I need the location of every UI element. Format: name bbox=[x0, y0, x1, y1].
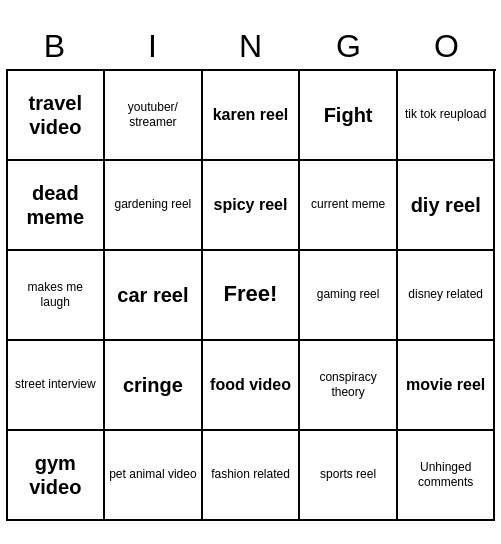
bingo-letter-n: N bbox=[206, 28, 296, 65]
bingo-letter-i: I bbox=[108, 28, 198, 65]
bingo-cell-r2-c0: makes me laugh bbox=[8, 251, 106, 341]
bingo-cell-r0-c2: karen reel bbox=[203, 71, 301, 161]
bingo-cell-r1-c1: gardening reel bbox=[105, 161, 203, 251]
bingo-cell-r3-c0: street interview bbox=[8, 341, 106, 431]
bingo-cell-r2-c1: car reel bbox=[105, 251, 203, 341]
bingo-cell-r3-c2: food video bbox=[203, 341, 301, 431]
bingo-cell-r3-c1: cringe bbox=[105, 341, 203, 431]
bingo-cell-r1-c2: spicy reel bbox=[203, 161, 301, 251]
bingo-grid: travel videoyoutuber/ streamerkaren reel… bbox=[6, 69, 496, 521]
bingo-header: BINGO bbox=[6, 24, 496, 69]
bingo-cell-r2-c3: gaming reel bbox=[300, 251, 398, 341]
bingo-cell-r3-c4: movie reel bbox=[398, 341, 496, 431]
bingo-cell-r2-c4: disney related bbox=[398, 251, 496, 341]
bingo-cell-r4-c0: gym video bbox=[8, 431, 106, 521]
bingo-cell-r0-c1: youtuber/ streamer bbox=[105, 71, 203, 161]
bingo-letter-g: G bbox=[304, 28, 394, 65]
bingo-cell-r4-c1: pet animal video bbox=[105, 431, 203, 521]
bingo-cell-r0-c0: travel video bbox=[8, 71, 106, 161]
bingo-cell-r4-c4: Unhinged comments bbox=[398, 431, 496, 521]
bingo-card: BINGO travel videoyoutuber/ streamerkare… bbox=[6, 24, 496, 521]
bingo-cell-r0-c3: Fight bbox=[300, 71, 398, 161]
bingo-cell-r4-c2: fashion related bbox=[203, 431, 301, 521]
bingo-cell-r2-c2: Free! bbox=[203, 251, 301, 341]
bingo-cell-r1-c0: dead meme bbox=[8, 161, 106, 251]
bingo-cell-r1-c3: current meme bbox=[300, 161, 398, 251]
bingo-cell-r0-c4: tik tok reupload bbox=[398, 71, 496, 161]
bingo-cell-r1-c4: diy reel bbox=[398, 161, 496, 251]
bingo-letter-b: B bbox=[10, 28, 100, 65]
bingo-cell-r4-c3: sports reel bbox=[300, 431, 398, 521]
bingo-cell-r3-c3: conspiracy theory bbox=[300, 341, 398, 431]
bingo-letter-o: O bbox=[402, 28, 492, 65]
